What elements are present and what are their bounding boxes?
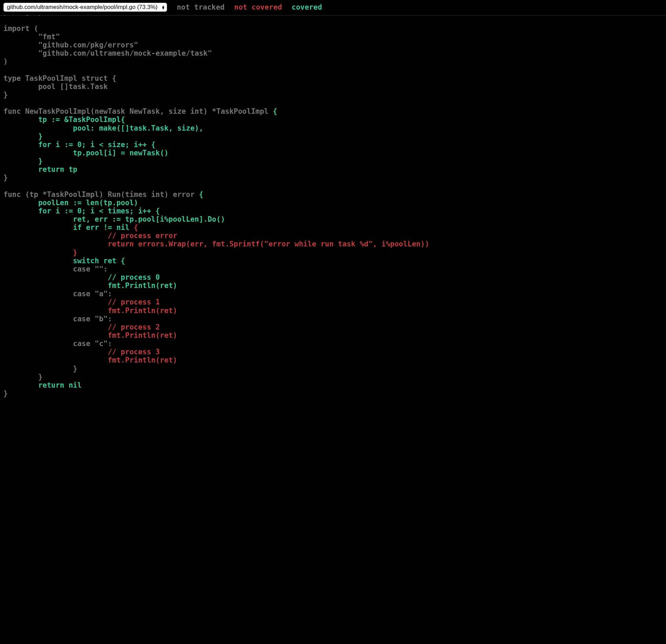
updown-icon: ▲▼	[162, 5, 165, 9]
code-line: return errors.Wrap(err, fmt.Sprintf("err…	[3, 240, 429, 248]
code-line: fmt.Println(ret)	[3, 307, 177, 315]
code-line: switch ret {	[3, 257, 125, 265]
coverage-topbar: github.com/ultramesh/mock-example/pool/i…	[0, 0, 666, 15]
code-line: func NewTaskPoolImpl(newTask NewTask, si…	[3, 107, 273, 115]
code-line: fmt.Println(ret)	[3, 281, 177, 290]
code-line: type TaskPoolImpl struct {	[3, 74, 116, 82]
file-selector[interactable]: github.com/ultramesh/mock-example/pool/i…	[3, 3, 167, 12]
code-line: }	[3, 389, 8, 398]
code-line-tail: {	[199, 190, 203, 199]
code-line: "github.com/pkg/errors"	[3, 41, 138, 49]
code-line: // process 3	[3, 348, 160, 356]
code-line: }	[3, 365, 77, 373]
code-line: for i := 0; i < times; i++ {	[3, 207, 160, 215]
code-line: return tp	[3, 165, 77, 174]
code-line-tail: {	[134, 223, 138, 232]
code-line: import (	[3, 24, 38, 33]
code-line: if err != nil	[3, 223, 134, 232]
code-line: }	[3, 132, 43, 141]
code-line: }	[3, 157, 43, 165]
code-line: for i := 0; i < size; i++ {	[3, 141, 156, 149]
code-line: case "b":	[3, 315, 112, 323]
source-code: package pool import ( "fmt" "github.com/…	[0, 8, 666, 408]
code-line: )	[3, 57, 8, 66]
code-line: func (tp *TaskPoolImpl) Run(times int) e…	[3, 190, 199, 199]
code-line: }	[3, 174, 8, 182]
code-line: tp.pool[i] = newTask()	[3, 149, 168, 157]
code-line: pool: make([]task.Task, size),	[3, 124, 203, 132]
code-line: tp := &TaskPoolImpl{	[3, 115, 125, 124]
legend-not-covered: not covered	[234, 3, 282, 11]
code-line: // process 0	[3, 273, 160, 281]
code-line: pool []task.Task	[3, 82, 108, 91]
code-line: }	[3, 248, 77, 257]
code-line: fmt.Println(ret)	[3, 356, 177, 364]
code-line-tail: {	[273, 107, 277, 115]
code-line: return nil	[3, 381, 82, 389]
code-line: "fmt"	[3, 33, 60, 41]
code-line: ret, err := tp.pool[i%poolLen].Do()	[3, 215, 225, 223]
code-line: // process 1	[3, 298, 160, 306]
file-selector-label: github.com/ultramesh/mock-example/pool/i…	[7, 4, 157, 10]
code-line: case "c":	[3, 340, 112, 348]
legend-covered: covered	[292, 3, 322, 11]
code-line: }	[3, 91, 8, 99]
code-line: }	[3, 373, 43, 381]
legend-not-tracked: not tracked	[177, 3, 224, 11]
code-line: "github.com/ultramesh/mock-example/task"	[3, 49, 212, 57]
code-line: poolLen := len(tp.pool)	[3, 199, 138, 207]
code-line: case "a":	[3, 290, 112, 298]
code-line: fmt.Println(ret)	[3, 331, 177, 340]
code-line: // process 2	[3, 323, 160, 331]
code-line: case "":	[3, 265, 108, 273]
code-line: // process error	[3, 232, 177, 240]
